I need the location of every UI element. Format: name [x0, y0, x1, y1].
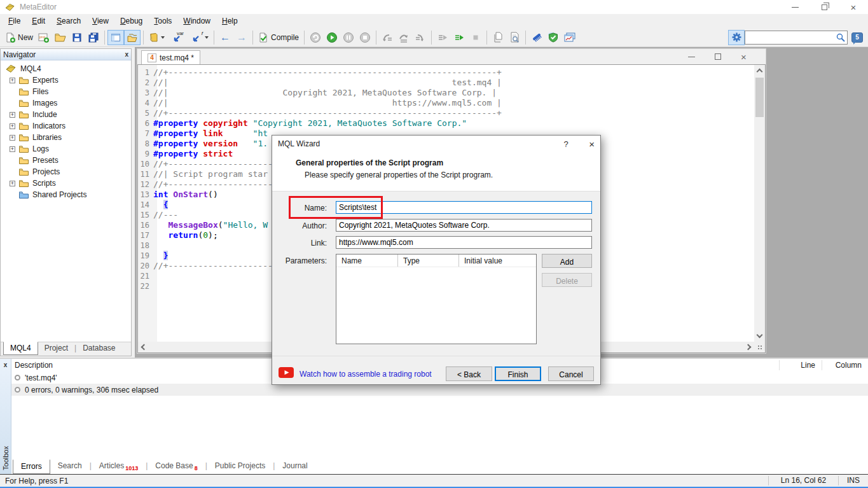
tree-item-presets[interactable]: + Presets [1, 155, 131, 166]
vertical-scrollbar[interactable] [754, 65, 765, 342]
expander-icon[interactable]: + [10, 78, 15, 83]
cancel-button[interactable]: Cancel [548, 366, 594, 381]
menu-search[interactable]: Search [51, 14, 86, 28]
step-out-button[interactable] [412, 30, 429, 45]
save-all-button[interactable] [85, 30, 102, 45]
close-button[interactable]: × [839, 0, 868, 14]
link-field[interactable] [336, 236, 592, 249]
wizard-close-button[interactable]: × [575, 139, 595, 150]
run-to-cursor-button[interactable] [451, 30, 467, 45]
split-view-icon [111, 32, 121, 43]
toolbox-tab-journal[interactable]: Journal [275, 459, 315, 473]
tree-item-logs[interactable]: + Logs [1, 143, 131, 155]
close-icon: × [851, 3, 857, 12]
pause-debug-button[interactable] [340, 30, 357, 45]
menu-tools[interactable]: Tools [148, 14, 177, 28]
tree-item-mql4-root[interactable]: MQL4 [1, 63, 131, 74]
tree-item-experts[interactable]: + Experts [1, 74, 131, 86]
navigate-forward-button[interactable]: → [233, 30, 250, 45]
styler-button[interactable] [528, 30, 545, 45]
split-view-toggle-button[interactable] [107, 30, 124, 45]
search-in-files-button[interactable] [506, 30, 523, 45]
compile-button[interactable]: Compile [256, 30, 301, 45]
navigator-tab-mql4[interactable]: MQL4 [3, 342, 38, 355]
tree-item-scripts[interactable]: + Scripts [1, 178, 131, 189]
tree-item-files[interactable]: + Files [1, 86, 131, 97]
restore-button[interactable] [809, 0, 839, 14]
step-over-button[interactable] [396, 30, 412, 45]
new-file-button[interactable]: New [3, 30, 36, 45]
new-project-button[interactable]: proj [36, 30, 52, 45]
notifications-badge[interactable]: 5 [851, 32, 863, 43]
bookmark-function-button[interactable]: f [186, 30, 211, 45]
stop-debug-button[interactable] [357, 30, 373, 45]
open-file-button[interactable] [52, 30, 69, 45]
tree-item-images[interactable]: + Images [1, 97, 131, 109]
youtube-icon[interactable] [279, 367, 294, 378]
toolbox-tab-code-base[interactable]: Code Base8 [148, 459, 205, 474]
menu-file[interactable]: File [3, 14, 26, 28]
folder-icon [19, 111, 29, 118]
expander-icon[interactable]: + [10, 123, 15, 129]
navigate-back-button[interactable]: ← [217, 30, 233, 45]
tree-item-projects[interactable]: + Projects [1, 166, 131, 178]
breakpoint-button[interactable] [467, 30, 484, 45]
tree-item-libraries[interactable]: + Libraries [1, 132, 131, 143]
menu-help[interactable]: Help [216, 14, 244, 28]
toolbox-tab-errors[interactable]: Errors [13, 459, 50, 474]
restart-debug-button[interactable] [307, 30, 324, 45]
snippets-button[interactable] [146, 30, 167, 45]
navigator-tab-database[interactable]: Database [76, 342, 121, 354]
menu-view[interactable]: View [86, 14, 114, 28]
parameters-table[interactable]: NameTypeInitial value [336, 254, 537, 344]
tree-item-shared-projects[interactable]: + Shared Projects [1, 189, 131, 200]
toolbox-tab-articles[interactable]: Articles1013 [92, 459, 146, 474]
minimize-button[interactable] [780, 0, 809, 14]
wizard-help-button[interactable]: ? [556, 139, 575, 149]
expander-icon[interactable]: + [10, 112, 15, 118]
menu-edit[interactable]: Edit [26, 14, 51, 28]
navigator-close-icon[interactable]: x [125, 52, 128, 58]
video-tutorial-link[interactable]: Watch how to assemble a trading robot [300, 370, 432, 379]
delete-parameter-button[interactable]: Delete [542, 273, 592, 287]
toolbar-search-input[interactable] [745, 31, 848, 45]
toolbox-tab-public-projects[interactable]: Public Projects [207, 459, 273, 473]
start-debug-button[interactable] [324, 30, 340, 45]
doc-maximize-button[interactable] [705, 50, 731, 63]
tree-item-include[interactable]: + Include [1, 109, 131, 120]
bookmark-var-button[interactable]: var [167, 30, 186, 45]
copy-button[interactable] [490, 30, 506, 45]
menu-debug[interactable]: Debug [114, 14, 148, 28]
toolbox-close-icon[interactable]: x [4, 361, 8, 368]
restart-debug-icon [310, 32, 321, 43]
document-tab[interactable]: 4 test.mq4 * [141, 50, 200, 64]
toolbox-row[interactable]: 0 errors, 0 warnings, 306 msec elapsed [11, 384, 868, 396]
navigator-tab-project[interactable]: Project [38, 342, 74, 354]
toolbox-tab-search[interactable]: Search [50, 459, 90, 473]
resize-grip-icon[interactable] [757, 345, 763, 351]
menu-window[interactable]: Window [177, 14, 216, 28]
expander-icon[interactable]: + [10, 181, 15, 186]
wizard-title: MQL Wizard [278, 139, 320, 148]
navigator-panel-icon [127, 32, 138, 43]
tree-item-indicators[interactable]: + Indicators [1, 120, 131, 132]
author-field[interactable] [336, 219, 592, 232]
finish-button[interactable]: Finish [495, 366, 541, 381]
continue-button[interactable] [434, 30, 451, 45]
expander-icon[interactable]: + [10, 146, 15, 152]
doc-close-button[interactable]: × [731, 50, 757, 63]
settings-button[interactable] [728, 30, 745, 45]
navigator-toggle-button[interactable] [124, 30, 141, 45]
cloud-storage-button[interactable] [545, 30, 561, 45]
mq4-file-icon: 4 [148, 53, 156, 62]
doc-minimize-button[interactable] [679, 50, 705, 63]
toolbar: New proj var f ← → Compile [0, 28, 868, 47]
expander-icon[interactable]: + [10, 135, 15, 141]
back-button[interactable]: < Back [446, 366, 492, 381]
chart-button[interactable] [561, 30, 578, 45]
new-file-icon [5, 32, 15, 43]
save-button[interactable] [69, 30, 85, 45]
step-into-button[interactable] [379, 30, 396, 45]
vertical-scroll-thumb[interactable] [755, 78, 764, 117]
add-parameter-button[interactable]: Add [542, 254, 592, 268]
